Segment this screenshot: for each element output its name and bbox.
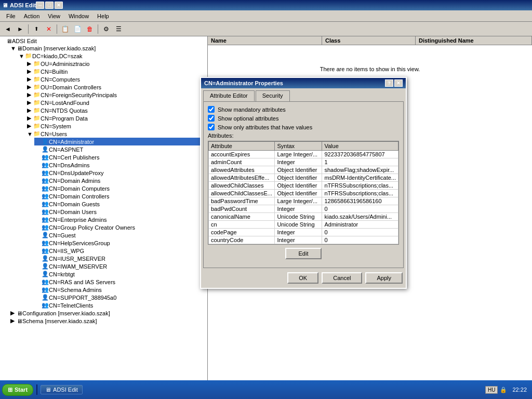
start-button[interactable]: ⊞ Start bbox=[2, 384, 33, 396]
taskbar-adsi-edit[interactable]: 🖥 ADSI Edit bbox=[41, 385, 83, 394]
tree-cn-aspnet[interactable]: 👤 CN=ASPNET bbox=[34, 145, 206, 153]
tree-cn-dnsupdateproxy[interactable]: 👥 CN=DnsUpdateProxy bbox=[34, 169, 206, 177]
tree-cn-builtin[interactable]: ▶ 📁 CN=Builtin bbox=[26, 68, 206, 75]
tree-configuration[interactable]: ▶ 🖥 Configuration [mserver.kiado.szak] bbox=[9, 309, 206, 317]
menu-file[interactable]: File bbox=[2, 12, 20, 20]
tree-cn-lostandfound[interactable]: ▶ 📁 CN=LostAndFound bbox=[26, 99, 206, 107]
attr-row[interactable]: cn Unicode String Administrator bbox=[209, 221, 398, 229]
close-button[interactable]: ✕ bbox=[55, 2, 63, 9]
tree-cn-enterprise-admins[interactable]: 👥 CN=Enterprise Admins bbox=[34, 216, 206, 223]
tree-cn-iis-wpg[interactable]: 👥 CN=IIS_WPG bbox=[34, 247, 206, 255]
tree-cn-computers[interactable]: ▶ 📁 CN=Computers bbox=[26, 75, 206, 83]
tree-cn-guest[interactable]: 👤 CN=Guest bbox=[34, 231, 206, 239]
tree-expand-domain[interactable]: ▼ bbox=[10, 45, 17, 51]
dialog-help-button[interactable]: ? bbox=[385, 79, 393, 87]
tree-cn-dnsadmins[interactable]: 👥 CN=DnsAdmins bbox=[34, 161, 206, 169]
cancel-button[interactable]: Cancel bbox=[322, 272, 362, 284]
tree-cn-telnet[interactable]: 👥 CN=TelnetClients bbox=[34, 301, 206, 309]
tree-cn-iusr[interactable]: 👤 CN=IUSR_MSERVER bbox=[34, 255, 206, 262]
edit-button[interactable]: Edit bbox=[285, 248, 322, 259]
menu-view[interactable]: View bbox=[44, 12, 64, 20]
tree-cn-administrator[interactable]: 👤 CN=Administrator bbox=[34, 138, 206, 145]
tree-cn-system[interactable]: ▶ 📁 CN=System bbox=[26, 122, 206, 130]
checkbox-mandatory-input[interactable] bbox=[208, 106, 215, 113]
menu-action[interactable]: Action bbox=[20, 12, 44, 20]
attr-cell-name: badPwdCount bbox=[209, 205, 275, 213]
tree-schema[interactable]: ▶ 🖥 Schema [mserver.kiado.szak] bbox=[9, 317, 206, 325]
tab-security[interactable]: Security bbox=[256, 90, 290, 101]
attr-row[interactable]: badPasswordTime Large Integer/... 128658… bbox=[209, 197, 398, 205]
tree-cn-iwam[interactable]: 👤 CN=IWAM_MSERVER bbox=[34, 262, 206, 270]
toolbar-sep-1 bbox=[28, 24, 29, 34]
tree-cn-program-data[interactable]: ▶ 📁 CN=Program Data bbox=[26, 114, 206, 122]
stop-button[interactable]: ✕ bbox=[43, 23, 55, 35]
tree-cn-support[interactable]: 👤 CN=SUPPORT_388945a0 bbox=[34, 294, 206, 301]
th-value: Value bbox=[322, 142, 398, 151]
attr-cell-syntax: Object Identifier bbox=[275, 166, 322, 174]
tree-root[interactable]: 🖥 ADSI Edit bbox=[1, 37, 206, 45]
tab-attribute-editor[interactable]: Attribute Editor bbox=[203, 90, 255, 101]
checkbox-optional-input[interactable] bbox=[208, 115, 215, 122]
up-button[interactable]: ⬆ bbox=[31, 23, 42, 35]
tree-ou-domain-controllers[interactable]: ▶ 📁 OU=Domain Controllers bbox=[26, 83, 206, 91]
menu-help[interactable]: Help bbox=[93, 12, 113, 20]
attr-cell-syntax: Integer bbox=[275, 205, 322, 213]
attr-row[interactable]: accountExpires Large Integer/... 9223372… bbox=[209, 151, 398, 158]
view-button[interactable]: ☰ bbox=[113, 23, 124, 35]
tree-cn-domain-users[interactable]: 👥 CN=Domain Users bbox=[34, 208, 206, 216]
tree-expand-dc[interactable]: ▼ bbox=[19, 53, 25, 59]
forward-button[interactable]: ► bbox=[15, 23, 26, 35]
back-button[interactable]: ◄ bbox=[2, 23, 14, 35]
taskbar-adsi-label: ADSI Edit bbox=[53, 387, 78, 393]
title-text: ADSI Edit bbox=[10, 2, 36, 8]
attr-row[interactable]: allowedChildClassesE... Object Identifie… bbox=[209, 190, 398, 197]
checkbox-values-input[interactable] bbox=[208, 124, 215, 130]
properties-dialog[interactable]: CN=Administrator Properties ? ✕ Attribut… bbox=[200, 77, 407, 289]
delete-button[interactable]: 🗑 bbox=[84, 23, 96, 35]
tree-cn-domain-controllers[interactable]: 👥 CN=Domain Controllers bbox=[34, 192, 206, 200]
minimize-button[interactable]: ─ bbox=[36, 2, 44, 9]
tree-cn-helpservices[interactable]: 👥 CN=HelpServicesGroup bbox=[34, 239, 206, 247]
tree-cn-group-policy[interactable]: 👥 CN=Group Policy Creator Owners bbox=[34, 223, 206, 231]
tree-cn-users[interactable]: ▼ 📁 CN=Users bbox=[26, 130, 206, 138]
dialog-close-button[interactable]: ✕ bbox=[394, 79, 403, 87]
attr-row[interactable]: codePage Integer 0 bbox=[209, 229, 398, 236]
th-attribute: Attribute bbox=[209, 142, 275, 151]
attr-row[interactable]: allowedAttributes Object Identifier shad… bbox=[209, 166, 398, 174]
attr-row[interactable]: allowedAttributesEffe... Object Identifi… bbox=[209, 174, 398, 182]
tree-cn-foreignsecurity[interactable]: ▶ 📁 CN=ForeignSecurityPrincipals bbox=[26, 91, 206, 99]
tree-cn-ras[interactable]: 👥 CN=RAS and IAS Servers bbox=[34, 278, 206, 286]
panel-header: Name Class Distinguished Name bbox=[208, 36, 532, 45]
tree-cn-krbtgt[interactable]: 👤 CN=krbtgt bbox=[34, 270, 206, 278]
attr-row[interactable]: canonicalName Unicode String kiado.szak/… bbox=[209, 213, 398, 221]
tree-cn-cert-publishers[interactable]: 👥 CN=Cert Publishers bbox=[34, 153, 206, 161]
tree-cn-ntds-quotas[interactable]: ▶ 📁 CN=NTDS Quotas bbox=[26, 107, 206, 114]
tree-ou-adminisztracio[interactable]: ▶ 📁 OU=Adminisztracio bbox=[26, 60, 206, 68]
maximize-button[interactable]: □ bbox=[45, 2, 54, 9]
tree-cn-domain-admins[interactable]: 👥 CN=Domain Admins bbox=[34, 177, 206, 184]
attr-cell-name: allowedAttributesEffe... bbox=[209, 174, 275, 182]
paste-button[interactable]: 📄 bbox=[72, 23, 83, 35]
attr-row[interactable]: createTimeStamp UTC Coded Ti... 2008. 09… bbox=[209, 244, 398, 245]
attr-row[interactable]: allowedChildClasses Object Identifier nT… bbox=[209, 182, 398, 190]
attr-cell-value: nTFRSSubscriptions;clas... bbox=[322, 190, 398, 197]
attr-cell-syntax: Unicode String bbox=[275, 213, 322, 221]
attr-row[interactable]: countryCode Integer 0 bbox=[209, 236, 398, 244]
attributes-table-container[interactable]: Attribute Syntax Value accountExpires La… bbox=[208, 141, 399, 245]
lang-button[interactable]: HU bbox=[485, 386, 498, 394]
tree-cn-schema-admins[interactable]: 👥 CN=Schema Admins bbox=[34, 286, 206, 294]
ok-button[interactable]: OK bbox=[287, 272, 318, 284]
menu-window[interactable]: Window bbox=[64, 12, 93, 20]
tree-cn-domain-guests[interactable]: 👥 CN=Domain Guests bbox=[34, 200, 206, 208]
attr-cell-value: nTFRSSubscriptions;clas... bbox=[322, 182, 398, 190]
tree-cn-domain-computers[interactable]: 👥 CN=Domain Computers bbox=[34, 184, 206, 192]
apply-button[interactable]: Apply bbox=[365, 272, 403, 284]
tree-domain[interactable]: ▼ 🖥 Domain [mserver.kiado.szak] bbox=[9, 45, 206, 52]
attr-row[interactable]: badPwdCount Integer 0 bbox=[209, 205, 398, 213]
tree-panel: 🖥 ADSI Edit ▼ 🖥 Domain [mserver.kiado.sz… bbox=[0, 36, 208, 380]
col-class: Class bbox=[322, 36, 416, 45]
copy-button[interactable]: 📋 bbox=[59, 23, 71, 35]
properties-button[interactable]: ⚙ bbox=[100, 23, 112, 35]
tree-dc[interactable]: ▼ 📁 DC=kiado,DC=szak bbox=[18, 52, 206, 60]
attr-row[interactable]: adminCount Integer 1 bbox=[209, 158, 398, 166]
